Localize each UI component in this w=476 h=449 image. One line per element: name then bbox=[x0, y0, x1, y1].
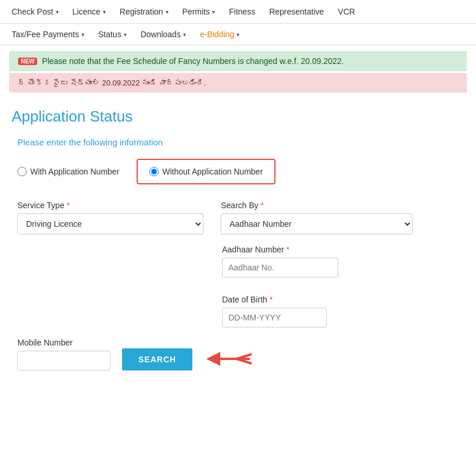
dob-input[interactable] bbox=[222, 308, 327, 327]
chevron-down-icon: ▾ bbox=[212, 9, 215, 15]
form-row-aadhaar-dob: Aadhaar Number * Date of Birth * bbox=[222, 245, 459, 327]
arrow-icon bbox=[206, 347, 253, 370]
search-by-label: Search By * bbox=[221, 201, 413, 210]
mobile-number-input[interactable] bbox=[17, 351, 110, 370]
required-star: * bbox=[260, 201, 263, 210]
dob-group: Date of Birth * bbox=[222, 295, 327, 327]
radio-without-application[interactable]: Without Application Number bbox=[149, 167, 263, 176]
nav-licence[interactable]: Licence ▾ bbox=[73, 7, 106, 16]
chevron-down-icon: ▾ bbox=[103, 9, 106, 15]
banner-pink-text: ర్ యొక్క ఫైజు షెడ్యూల్ 20.09.2022 నుండి … bbox=[18, 79, 206, 87]
nav-permits[interactable]: Permits ▾ bbox=[182, 7, 215, 16]
service-type-group: Service Type * Driving Licence Vehicle R… bbox=[17, 201, 203, 234]
nav-checkpost[interactable]: Check Post ▾ bbox=[12, 7, 59, 16]
required-star: * bbox=[287, 245, 289, 254]
radio-with-application[interactable]: With Application Number bbox=[17, 167, 119, 176]
nav-licence-label: Licence bbox=[73, 7, 101, 16]
nav-status-label: Status bbox=[98, 30, 121, 39]
radio-without-application-label: Without Application Number bbox=[162, 167, 263, 176]
nav-status[interactable]: Status ▾ bbox=[98, 30, 127, 39]
banner-green-text: Please note that the Fee Schedule of Fan… bbox=[42, 56, 343, 66]
aadhaar-number-input[interactable] bbox=[222, 258, 338, 277]
bottom-row: Mobile Number SEARCH bbox=[17, 338, 459, 370]
radio-without-application-input[interactable] bbox=[149, 167, 159, 176]
nav-registration-label: Registration bbox=[120, 7, 163, 16]
chevron-down-icon: ▾ bbox=[237, 31, 239, 38]
chevron-down-icon: ▾ bbox=[183, 31, 186, 38]
nav-tax-label: Tax/Fee Payments bbox=[12, 30, 79, 39]
radio-without-application-box: Without Application Number bbox=[137, 159, 275, 184]
radio-with-application-input[interactable] bbox=[17, 167, 27, 176]
required-star: * bbox=[270, 295, 273, 304]
nav-permits-label: Permits bbox=[182, 7, 210, 16]
form-area: Please enter the following information W… bbox=[0, 131, 476, 388]
required-star: * bbox=[67, 201, 70, 210]
radio-group: With Application Number Without Applicat… bbox=[17, 159, 459, 184]
chevron-down-icon: ▾ bbox=[81, 31, 84, 38]
aadhaar-number-label: Aadhaar Number * bbox=[222, 245, 338, 254]
nav-downloads-label: Downloads bbox=[141, 30, 181, 39]
second-nav: Tax/Fee Payments ▾ Status ▾ Downloads ▾ … bbox=[0, 24, 476, 45]
service-type-label: Service Type * bbox=[17, 201, 203, 210]
search-by-group: Search By * Aadhaar Number Mobile Number… bbox=[221, 201, 413, 234]
new-badge: new bbox=[18, 58, 37, 65]
chevron-down-icon: ▾ bbox=[166, 9, 169, 15]
nav-vcr-label: VCR bbox=[338, 7, 355, 16]
chevron-down-icon: ▾ bbox=[56, 9, 59, 15]
form-row-service-search: Service Type * Driving Licence Vehicle R… bbox=[17, 201, 459, 234]
service-type-select[interactable]: Driving Licence Vehicle Registration Per… bbox=[17, 213, 203, 234]
page-title: Application Status bbox=[0, 98, 476, 131]
nav-representative-label: Representative bbox=[269, 7, 324, 16]
aadhaar-number-group: Aadhaar Number * bbox=[222, 245, 338, 277]
radio-with-application-label: With Application Number bbox=[30, 167, 119, 176]
mobile-number-label: Mobile Number bbox=[17, 338, 110, 347]
form-instructions: Please enter the following information bbox=[17, 137, 459, 147]
announcement-banner-green: new Please note that the Fee Schedule of… bbox=[9, 51, 467, 71]
nav-registration[interactable]: Registration ▾ bbox=[120, 7, 169, 16]
search-button[interactable]: SEARCH bbox=[122, 348, 192, 370]
nav-fitness-label: Fitness bbox=[229, 7, 255, 16]
search-by-select[interactable]: Aadhaar Number Mobile Number Date of Bir… bbox=[221, 213, 413, 234]
nav-tax-payments[interactable]: Tax/Fee Payments ▾ bbox=[12, 30, 84, 39]
nav-ebidding-label: e-Bidding bbox=[200, 30, 234, 39]
arrow-indicator bbox=[206, 347, 253, 370]
dob-label: Date of Birth * bbox=[222, 295, 327, 304]
mobile-number-group: Mobile Number bbox=[17, 338, 110, 370]
top-nav: Check Post ▾ Licence ▾ Registration ▾ Pe… bbox=[0, 0, 476, 24]
nav-checkpost-label: Check Post bbox=[12, 7, 53, 16]
announcement-banner-pink: ర్ యొక్క ఫైజు షెడ్యూల్ 20.09.2022 నుండి … bbox=[9, 73, 467, 92]
nav-downloads[interactable]: Downloads ▾ bbox=[141, 30, 186, 39]
nav-representative[interactable]: Representative bbox=[269, 7, 324, 16]
nav-vcr[interactable]: VCR bbox=[338, 7, 355, 16]
nav-fitness[interactable]: Fitness bbox=[229, 7, 255, 16]
chevron-down-icon: ▾ bbox=[124, 31, 127, 38]
nav-ebidding[interactable]: e-Bidding ▾ bbox=[200, 30, 239, 39]
